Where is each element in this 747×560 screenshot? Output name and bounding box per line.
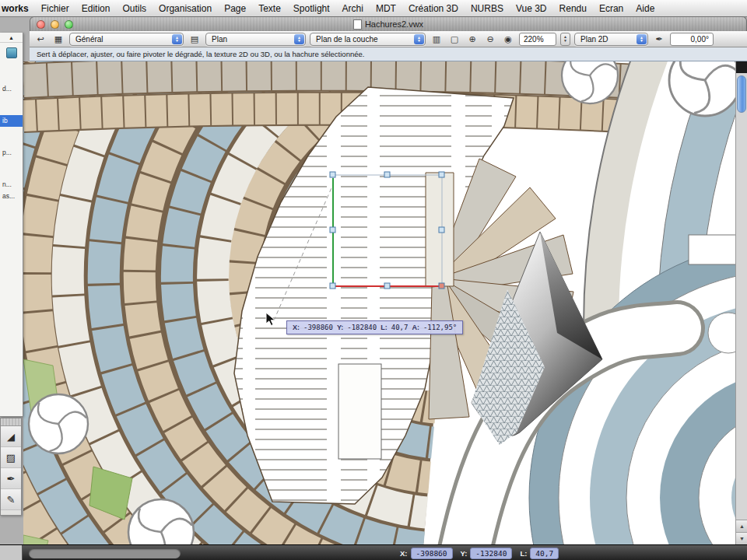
layer-plane-dropdown-value: Plan de la couche <box>316 35 378 44</box>
menu-item-nurbs[interactable]: NURBS <box>465 3 510 14</box>
window-title-bar[interactable]: Hachures2.vwx <box>30 16 747 31</box>
mode-dropdown[interactable]: Général ▲▼ <box>69 33 184 46</box>
zoom-stepper[interactable]: ▲▼ <box>560 33 570 46</box>
window-title: Hachures2.vwx <box>353 19 423 30</box>
vertical-scrollbar[interactable]: ▲ ▼ <box>735 61 747 544</box>
angle-value: 0,00° <box>691 35 709 44</box>
scroll-up-arrow[interactable]: ▲ <box>736 520 747 532</box>
mouse-cursor <box>265 312 277 330</box>
palette-item-selected[interactable]: ib <box>0 115 23 127</box>
menu-item-app[interactable]: works <box>0 3 35 14</box>
dropdown-stepper-icon: ▲▼ <box>637 34 647 44</box>
databar-y-value: -182840 <box>347 324 377 331</box>
zoom-button[interactable] <box>65 20 73 29</box>
angle-field[interactable]: 0,00° <box>670 33 714 46</box>
menu-item-vue3d[interactable]: Vue 3D <box>510 3 553 14</box>
dropdown-stepper-icon: ▲▼ <box>172 34 182 44</box>
floating-databar: X: -398860 Y: -182840 L: 40,7 A: -112,95… <box>286 320 463 334</box>
dropdown-stepper-icon: ▲▼ <box>414 34 424 44</box>
mode-dropdown-value: Général <box>75 35 103 44</box>
palette-item[interactable]: d... <box>0 83 23 95</box>
status-l-label: L: <box>520 549 527 558</box>
minimize-button[interactable] <box>51 20 59 29</box>
menu-item-texte[interactable]: Texte <box>252 3 287 14</box>
palette-item[interactable]: as... <box>0 191 23 202</box>
tool-palette: ◢ ▨ ✒ ✎ <box>0 418 22 516</box>
menu-item-spotlight[interactable]: Spotlight <box>287 3 336 14</box>
status-y-label: Y: <box>461 549 468 558</box>
zoom-out-icon[interactable]: ⊖ <box>483 33 497 46</box>
page-icon[interactable]: ▥ <box>430 33 444 46</box>
menu-item-page[interactable]: Page <box>218 3 252 14</box>
view-dropdown[interactable]: Plan 2D ▲▼ <box>574 33 648 46</box>
pan-icon[interactable]: ◉ <box>501 33 515 46</box>
document-icon <box>353 19 362 30</box>
pen-style-icon[interactable]: ✒ <box>652 33 666 46</box>
scroll-down-arrow[interactable]: ▼ <box>736 532 747 544</box>
databar-x-label: X: <box>293 324 300 331</box>
palette-resource-icon <box>6 47 17 58</box>
menu-item-rendu[interactable]: Rendu <box>553 3 593 14</box>
status-bar: X: -398860 Y: -132840 L: 40,7 <box>0 544 747 560</box>
left-palette: ▲ d... ib p... n... as... <box>0 33 23 417</box>
menu-item-mdt[interactable]: MDT <box>370 3 402 14</box>
dropdown-stepper-icon: ▲▼ <box>294 34 304 44</box>
palette-item[interactable]: p... <box>0 147 23 159</box>
menu-item-organisation[interactable]: Organisation <box>153 3 218 14</box>
status-bar-corner <box>0 545 23 560</box>
layers-icon[interactable]: ▤ <box>188 33 202 46</box>
status-y-value[interactable]: -132840 <box>470 548 512 559</box>
layer-plane-dropdown[interactable]: Plan de la couche ▲▼ <box>310 33 426 46</box>
building-detail-box <box>689 235 735 264</box>
databar-a-value: -112,95° <box>423 324 457 331</box>
zoom-in-icon[interactable]: ⊕ <box>465 33 479 46</box>
zoom-field[interactable]: 220% <box>519 33 556 46</box>
status-l-value[interactable]: 40,7 <box>530 548 559 559</box>
canvas-svg <box>23 61 735 544</box>
scroll-corner-box[interactable] <box>736 61 747 73</box>
view-bar: ↩ ▦ Général ▲▼ ▤ Plan ▲▼ Plan de la couc… <box>30 31 747 47</box>
close-button[interactable] <box>37 20 45 29</box>
drawing-canvas[interactable] <box>23 61 735 544</box>
pencil-tool-icon[interactable]: ✎ <box>1 489 21 510</box>
menu-item-archi[interactable]: Archi <box>336 3 370 14</box>
databar-y-label: Y: <box>337 324 343 331</box>
zoom-value: 220% <box>524 35 544 44</box>
menu-item-fichier[interactable]: Fichier <box>35 3 75 14</box>
status-x-label: X: <box>400 549 408 558</box>
scrollbar-thumb[interactable] <box>737 75 746 113</box>
view-dropdown-value: Plan 2D <box>580 35 608 44</box>
databar-x-value: -398860 <box>303 324 333 331</box>
menu-item-edition[interactable]: Edition <box>75 3 117 14</box>
tool-palette-title-bar[interactable] <box>1 418 21 426</box>
menu-item-outils[interactable]: Outils <box>116 3 153 14</box>
hint-text: Sert à déplacer, ajuster, ou faire pivot… <box>37 50 364 58</box>
plane-dropdown-value: Plan <box>212 35 227 44</box>
status-message-field <box>29 548 181 558</box>
plane-dropdown[interactable]: Plan ▲▼ <box>205 33 306 46</box>
back-arrow-icon[interactable]: ↩ <box>33 33 47 46</box>
sheet-icon[interactable]: ▢ <box>447 33 461 46</box>
gradient-tool-icon[interactable]: ◢ <box>1 426 21 447</box>
palette-item[interactable]: n... <box>0 179 23 191</box>
palette-scroll-up-icon[interactable]: ▲ <box>0 33 23 43</box>
status-x-value[interactable]: -398860 <box>411 548 453 559</box>
screen: works Fichier Edition Outils Organisatio… <box>0 0 747 560</box>
pen-tool-icon[interactable]: ✒ <box>1 468 21 489</box>
menu-item-ecran[interactable]: Ecran <box>593 3 630 14</box>
databar-a-label: A: <box>412 324 419 331</box>
menu-item-aide[interactable]: Aide <box>630 3 661 14</box>
grid-icon[interactable]: ▦ <box>51 33 65 46</box>
window-title-text: Hachures2.vwx <box>365 19 423 29</box>
hint-bar: Sert à déplacer, ajuster, ou faire pivot… <box>30 47 747 61</box>
menu-bar: works Fichier Edition Outils Organisatio… <box>0 0 747 17</box>
databar-l-label: L: <box>381 324 388 331</box>
column-outline <box>338 364 381 459</box>
menu-item-creation3d[interactable]: Création 3D <box>402 3 465 14</box>
window-controls <box>37 20 73 29</box>
hatch-tool-icon[interactable]: ▨ <box>1 447 21 468</box>
databar-l-value: 40,7 <box>391 324 409 331</box>
